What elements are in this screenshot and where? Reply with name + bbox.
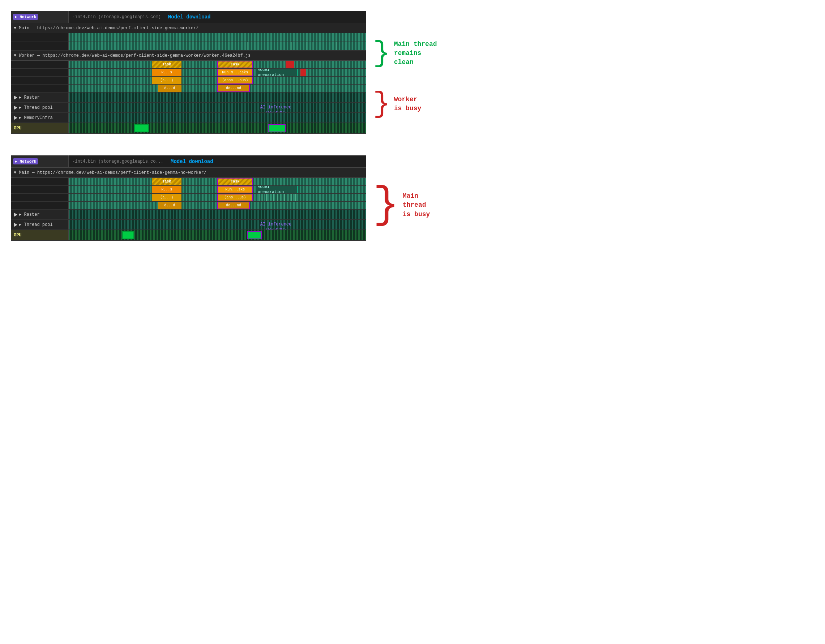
anon-a-label: (a...) xyxy=(160,79,173,82)
annotation-main-busy-text: Main thread is busy xyxy=(403,192,445,219)
memory-infra-icon[interactable] xyxy=(14,116,17,120)
raster-label-2[interactable]: ▶ Raster xyxy=(11,210,69,219)
gpu-content-2 xyxy=(69,230,366,240)
annotations-1: } Main thread remains clean } Worker is … xyxy=(373,11,445,134)
model-download-2: Model download xyxy=(171,159,213,164)
raster-collapse-icon[interactable] xyxy=(14,96,17,100)
gpu-label-cell-2: GPU xyxy=(11,230,69,240)
thread-pool-label-1[interactable]: ▶ Thread pool xyxy=(11,103,69,113)
main2-row4-content: d...d do...nd xyxy=(69,202,366,209)
empty-label-w1 xyxy=(11,61,69,68)
raster-row-2: ▶ Raster xyxy=(11,210,366,220)
empty-label-w2 xyxy=(11,69,69,76)
main2-row3: (a...) (ano...us) xyxy=(11,194,366,202)
empty-m2-4 xyxy=(11,202,69,209)
task2-label: Task xyxy=(231,63,239,66)
raster-content-2 xyxy=(69,210,366,219)
worker-row3: (a...) (anon...ous) xyxy=(11,77,366,85)
main2-task-row: Task Task xyxy=(11,178,366,186)
network-row-1: ▶ Network -int4.bin (storage.googleapis.… xyxy=(11,11,366,23)
gpu-row-2: GPU xyxy=(11,230,366,241)
main2-row4: d...d do...nd xyxy=(11,202,366,210)
d2-dd: d...d xyxy=(164,204,175,207)
d2-task1: Task xyxy=(162,180,171,184)
d2-anon-us: (ano...us) xyxy=(224,196,246,199)
model-download-1: Model download xyxy=(168,14,211,20)
main2-row2: R...s Run...sks Model preparation xyxy=(11,186,366,194)
d2-model-prep: Model preparation xyxy=(258,186,284,193)
main2-row3-content: (a...) (ano...us) xyxy=(69,194,366,201)
worker-task-row-1: Task Task xyxy=(11,61,366,69)
raster-label-1[interactable]: ▶ Raster xyxy=(11,93,69,102)
annotation-main-clean: } Main thread remains clean xyxy=(373,40,445,67)
main-label-1: ▼ Main — https://chrome.dev/web-ai-demos… xyxy=(11,23,366,33)
thread-pool-row-2: ▶ Thread pool AI inference (WebGPU) xyxy=(11,220,366,230)
run-masks-label: Run m...asks xyxy=(222,71,248,74)
network-row-2: ▶ Network -int4.bin (storage.googleapis.… xyxy=(11,155,366,168)
worker-task-content: Task Task xyxy=(69,61,366,68)
memory-infra-label-1[interactable]: ▶ MemoryInfra xyxy=(11,113,69,122)
gpu-label-cell-1: GPU xyxy=(11,123,69,133)
annotation-worker-busy: } Worker is busy xyxy=(373,93,445,116)
diagram2: ▶ Network -int4.bin (storage.googleapis.… xyxy=(11,155,445,241)
thread-pool-icon[interactable] xyxy=(14,105,17,110)
thread-pool-content-1: AI inference (WebGPU) xyxy=(69,103,366,113)
thread-pool-label-2[interactable]: ▶ Thread pool xyxy=(11,220,69,230)
gpu-content-1 xyxy=(69,123,366,133)
empty-label-w3 xyxy=(11,77,69,84)
task1-label: Task xyxy=(162,63,171,66)
worker-row3-content: (a...) (anon...ous) xyxy=(69,77,366,84)
dd-label: d...d xyxy=(164,86,175,90)
network-badge-1: ▶ Network xyxy=(13,14,38,20)
empty-m2-3 xyxy=(11,194,69,201)
gpu-label-1: GPU xyxy=(14,126,22,131)
main2-task-content: Task Task xyxy=(69,178,366,185)
worker-label-1: ▼ Worker — https://chrome.dev/web-ai-dem… xyxy=(11,51,366,61)
worker-row2: R...s Run m...asks Model preparation xyxy=(11,69,366,77)
run-s-label: R...s xyxy=(161,71,172,74)
gpu-label-2: GPU xyxy=(14,233,22,238)
thread-pool-icon-2[interactable] xyxy=(14,222,17,227)
empty-label-w4 xyxy=(11,85,69,92)
empty-label xyxy=(11,33,69,42)
d2-run-s: R...s xyxy=(161,188,172,192)
ai-inference-label-2: AI inference (WebGPU) xyxy=(260,222,291,230)
raster-content-1 xyxy=(69,93,366,102)
annotations-2: } Main thread is busy xyxy=(373,155,445,241)
d2-task2: Task xyxy=(231,180,239,184)
raster-row-1: ▶ Raster xyxy=(11,93,366,103)
brace-1: } xyxy=(373,42,391,65)
trace-panel-2: ▶ Network -int4.bin (storage.googleapis.… xyxy=(11,155,366,241)
main-timeline-1a xyxy=(11,33,366,42)
empty-m2-2 xyxy=(11,186,69,193)
main2-row2-content: R...s Run...sks Model preparation xyxy=(69,186,366,193)
main-timeline-1b xyxy=(11,42,366,51)
d2-dond: do...nd xyxy=(226,204,241,207)
brace-2: } xyxy=(373,93,391,116)
ai-inference-label-1: AI inference (WebGPU) xyxy=(260,105,291,113)
d2-run-sks: Run...sks xyxy=(225,188,245,192)
brace-3: } xyxy=(373,188,399,222)
dond-label: do...nd xyxy=(226,86,241,90)
thread-pool-row-1: ▶ Thread pool AI inference (WebGPU) xyxy=(11,103,366,113)
d2-anon-a: (a...) xyxy=(160,196,173,199)
main-content-1a xyxy=(69,33,366,42)
memory-infra-content-1 xyxy=(69,113,366,122)
empty-label-b xyxy=(11,42,69,50)
annotation-main-clean-text: Main thread remains clean xyxy=(394,40,445,67)
annotation-worker-busy-text: Worker is busy xyxy=(394,95,422,113)
model-prep-label: Model preparation xyxy=(258,69,284,76)
main-label-2: ▼ Main — https://chrome.dev/web-ai-demos… xyxy=(11,168,366,178)
network-url-1: -int4.bin (storage.googleapis.com) xyxy=(72,14,161,20)
main-content-1b xyxy=(69,42,366,50)
worker-row2-content: R...s Run m...asks Model preparation xyxy=(69,69,366,76)
anon-ous-label: (anon...ous) xyxy=(222,79,248,82)
gpu-row-1: GPU xyxy=(11,123,366,134)
worker-row4: d...d do...nd xyxy=(11,85,366,93)
annotation-main-busy: } Main thread is busy xyxy=(373,188,445,222)
worker-row4-content: d...d do...nd xyxy=(69,85,366,92)
thread-pool-content-2: AI inference (WebGPU) xyxy=(69,220,366,230)
raster-icon-2[interactable] xyxy=(14,213,17,217)
network-badge-2: ▶ Network xyxy=(13,158,38,164)
memory-infra-row-1: ▶ MemoryInfra xyxy=(11,113,366,123)
